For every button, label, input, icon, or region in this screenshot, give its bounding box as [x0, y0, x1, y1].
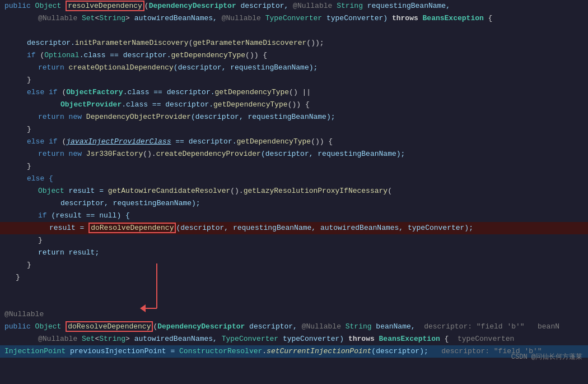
code-line-26: public Object doResolveDependency(Depend…	[0, 321, 588, 333]
code-line-11: }	[0, 123, 588, 136]
code-line-25: @Nullable	[0, 308, 588, 321]
code-line-14: }	[0, 160, 588, 173]
code-text: if (result == null) {	[38, 210, 130, 222]
code-text: public Object resolveDependency(Dependen…	[4, 0, 450, 12]
code-text: @Nullable Set<String> autowiredBeanNames…	[38, 333, 514, 345]
code-line-4: descriptor.initParameterNameDiscovery(ge…	[0, 37, 588, 49]
code-text: descriptor.initParameterNameDiscovery(ge…	[27, 37, 324, 49]
code-line-23: }	[0, 271, 588, 284]
code-text: public Object doResolveDependency(Depend…	[4, 321, 559, 333]
code-line-21: return result;	[0, 247, 588, 259]
code-line-15: else {	[0, 173, 588, 185]
code-text: Object result = getAutowireCandidateReso…	[38, 185, 392, 197]
code-line-22: }	[0, 259, 588, 271]
code-line-28: InjectionPoint previousInjectionPoint = …	[0, 345, 588, 358]
watermark: CSDN @问仙长何方蓬莱	[511, 352, 582, 362]
code-line-9: ObjectProvider.class == descriptor.getDe…	[0, 99, 588, 111]
code-text: return new Jsr330Factory().createDepende…	[38, 148, 405, 160]
code-line-8: else if (ObjectFactory.class == descript…	[0, 86, 588, 99]
code-line-16: Object result = getAutowireCandidateReso…	[0, 185, 588, 197]
code-line-24	[0, 284, 588, 308]
code-line-20: }	[0, 234, 588, 247]
code-text: return createOptionalDependency(descript…	[38, 62, 318, 74]
code-line-27: @Nullable Set<String> autowiredBeanNames…	[0, 333, 588, 345]
code-text: ObjectProvider.class == descriptor.getDe…	[60, 99, 310, 111]
code-line-12: else if (javaxInjectProviderClass == des…	[0, 136, 588, 148]
code-line-7: }	[0, 74, 588, 86]
code-editor: public Object resolveDependency(Dependen…	[0, 0, 588, 384]
code-line-18: if (result == null) {	[0, 210, 588, 222]
code-text: else if (javaxInjectProviderClass == des…	[27, 136, 333, 148]
code-line-13: return new Jsr330Factory().createDepende…	[0, 148, 588, 160]
code-line-2: @Nullable Set<String> autowiredBeanNames…	[0, 12, 588, 25]
code-text: InjectionPoint previousInjectionPoint = …	[4, 345, 542, 358]
code-line-3	[0, 25, 588, 37]
code-text: if (Optional.class == descriptor.getDepe…	[27, 49, 267, 62]
code-line-19: result = doResolveDependency(descriptor,…	[0, 222, 588, 234]
code-text: else if (ObjectFactory.class == descript…	[27, 86, 311, 99]
code-line-6: return createOptionalDependency(descript…	[0, 62, 588, 74]
code-line-5: if (Optional.class == descriptor.getDepe…	[0, 49, 588, 62]
code-text: return new DependencyObjectProvider(desc…	[38, 111, 335, 123]
code-lines: public Object resolveDependency(Dependen…	[0, 0, 588, 358]
code-text: result = doResolveDependency(descriptor,…	[49, 222, 473, 234]
code-text: @Nullable Set<String> autowiredBeanNames…	[38, 12, 492, 25]
code-line-17: descriptor, requestingBeanName);	[0, 197, 588, 210]
code-line-10: return new DependencyObjectProvider(desc…	[0, 111, 588, 123]
code-line-1: public Object resolveDependency(Dependen…	[0, 0, 588, 12]
